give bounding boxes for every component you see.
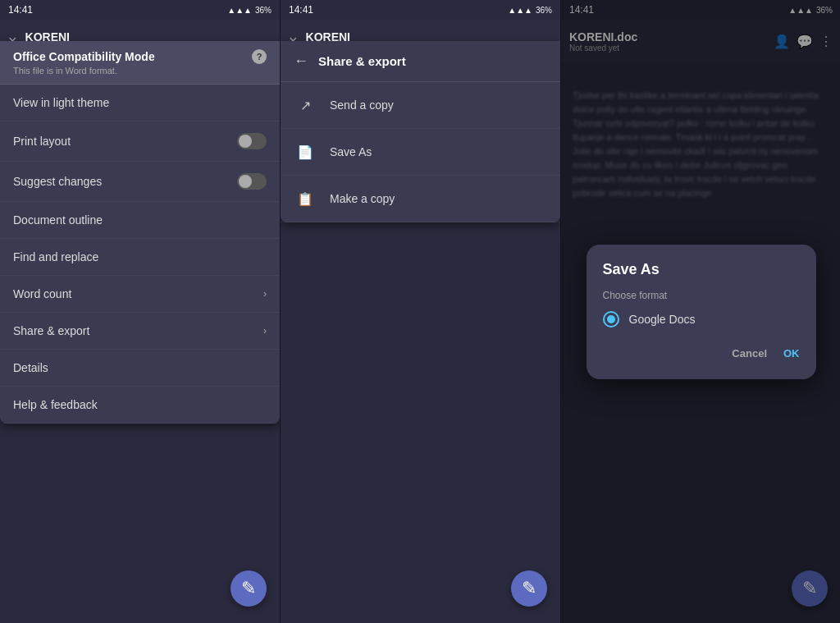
time-2: 14:41: [289, 4, 313, 16]
dialog-option-google-docs[interactable]: Google Docs: [603, 311, 800, 328]
submenu-label-save-as: Save As: [330, 145, 372, 158]
send-copy-icon: ↗: [294, 94, 317, 117]
menu-item-share-export[interactable]: Share & export ›: [0, 313, 280, 350]
menu-item-help-feedback[interactable]: Help & feedback: [0, 387, 280, 424]
option-label-google-docs: Google Docs: [629, 313, 696, 326]
cancel-button[interactable]: Cancel: [732, 344, 767, 363]
save-as-icon: 📄: [294, 140, 317, 163]
toggle-suggest-changes[interactable]: [237, 173, 267, 190]
wifi-icon-2: ▲▲▲: [508, 6, 532, 15]
chevron-word-count: ›: [263, 288, 267, 300]
fab-2[interactable]: ✎: [511, 570, 547, 607]
submenu-title: Share & export: [318, 54, 406, 68]
battery-icon-2: 36%: [536, 6, 552, 15]
panel-2: Tjodse per thi kastike.a terminant sel c…: [281, 0, 560, 623]
menu-item-find-replace[interactable]: Find and replace: [0, 239, 280, 276]
submenu-item-save-as[interactable]: 📄 Save As: [281, 129, 560, 176]
dialog-subtitle: Choose format: [603, 290, 800, 301]
menu-item-view-light-theme[interactable]: View in light theme: [0, 85, 280, 121]
chevron-share-export: ›: [263, 325, 267, 337]
time-1: 14:41: [8, 4, 33, 16]
dialog-title: Save As: [603, 261, 800, 278]
menu-label-details: Details: [13, 361, 267, 374]
back-arrow-icon[interactable]: ←: [294, 53, 308, 70]
make-copy-icon: 📋: [294, 187, 317, 210]
submenu-label-make-copy: Make a copy: [330, 192, 395, 205]
menu-item-details[interactable]: Details: [0, 350, 280, 387]
battery-icon-1: 36%: [255, 6, 272, 15]
menu-label-print-layout: Print layout: [13, 135, 237, 148]
toggle-print-layout[interactable]: [237, 133, 267, 149]
compatibility-title: Office Compatibility Mode: [13, 50, 155, 63]
menu-item-word-count[interactable]: Word count ›: [0, 276, 280, 313]
radio-google-docs[interactable]: [603, 311, 619, 328]
status-icons-1: ▲▲▲ 36%: [227, 6, 272, 15]
share-export-submenu: ← Share & export ↗ Send a copy 📄 Save As…: [281, 41, 560, 222]
menu-label-view-light-theme: View in light theme: [13, 96, 267, 109]
compatibility-header[interactable]: Office Compatibility Mode ? This file is…: [0, 41, 280, 85]
compatibility-subtitle: This file is in Word format.: [13, 66, 267, 76]
status-bar-1: 14:41 ▲▲▲ 36%: [0, 0, 280, 20]
submenu-header: ← Share & export: [281, 41, 560, 82]
menu-item-suggest-changes[interactable]: Suggest changes: [0, 162, 280, 202]
main-dropdown-menu: Office Compatibility Mode ? This file is…: [0, 41, 280, 424]
save-as-dialog: Save As Choose format Google Docs Cancel…: [587, 245, 816, 379]
dialog-buttons: Cancel OK: [603, 344, 800, 363]
menu-label-word-count: Word count: [13, 287, 263, 300]
status-icons-2: ▲▲▲ 36%: [508, 6, 552, 15]
ok-button[interactable]: OK: [783, 344, 800, 363]
menu-item-print-layout[interactable]: Print layout: [0, 121, 280, 162]
panel-1: Tjodse per thi kastike.a terminant sel c…: [0, 0, 280, 623]
panel-3: Tjodse per thi kastike.a terminant sel c…: [561, 0, 840, 623]
menu-label-suggest-changes: Suggest changes: [13, 175, 237, 188]
submenu-item-make-copy[interactable]: 📋 Make a copy: [281, 176, 560, 222]
menu-label-find-replace: Find and replace: [13, 250, 267, 263]
help-icon[interactable]: ?: [252, 49, 267, 64]
fab-1[interactable]: ✎: [231, 570, 267, 607]
wifi-icon-1: ▲▲▲: [227, 6, 252, 15]
menu-label-share-export: Share & export: [13, 324, 263, 337]
dialog-overlay: Save As Choose format Google Docs Cancel…: [561, 0, 840, 623]
menu-item-document-outline[interactable]: Document outline: [0, 202, 280, 239]
menu-label-help-feedback: Help & feedback: [13, 398, 267, 411]
menu-label-document-outline: Document outline: [13, 213, 267, 227]
submenu-item-send-copy[interactable]: ↗ Send a copy: [281, 82, 560, 129]
status-bar-2: 14:41 ▲▲▲ 36%: [281, 0, 560, 20]
submenu-label-send-copy: Send a copy: [330, 98, 394, 112]
